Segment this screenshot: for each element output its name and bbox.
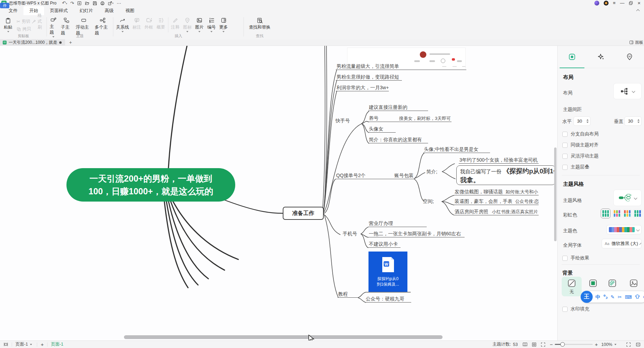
rainbow-option-multicolor-2[interactable] <box>623 209 632 218</box>
fit-screen-icon[interactable] <box>541 342 546 347</box>
ime-punctuation-icon[interactable] <box>603 294 607 300</box>
root-node[interactable]: 一天引流200+的男粉，一单做到100，日赚1000+，就是这么玩的 <box>66 168 235 202</box>
node-qq-space-1[interactable]: 发微信截图，聊骚话题如何做;大号和小 <box>454 188 539 195</box>
node-kuaishou-c1[interactable]: 建议直接注册新的 <box>368 104 428 111</box>
node-phone-c1[interactable]: 营业厅办理 <box>368 220 427 227</box>
page-panel-icon[interactable] <box>3 342 8 347</box>
node-kuaishou-c2-note[interactable]: 搜美女，刷对标，3天即可 <box>399 115 451 122</box>
bg-none-button[interactable]: 无 <box>562 277 582 296</box>
format-painter-button[interactable]: 格式刷 <box>32 18 45 24</box>
ime-scissors-icon[interactable]: ✂ <box>618 295 622 299</box>
tab-layout[interactable] <box>558 46 586 68</box>
reading-view-icon[interactable] <box>522 342 528 347</box>
fullscreen-icon[interactable] <box>626 342 631 347</box>
node-phone[interactable]: 手机号 <box>342 231 358 237</box>
node-benefit-2[interactable]: 男粉生意很好做，变现路径短 <box>336 74 402 81</box>
ime-keyboard-icon[interactable]: ⌨ <box>625 295 632 299</box>
document-tab[interactable]: 一天引流200...1000，就是 <box>0 39 65 46</box>
undo-icon[interactable]: ↶▾ <box>62 1 67 6</box>
node-tutorial-doc[interactable]: W 探探约p从0到1保姆及... <box>368 252 407 292</box>
page-selector[interactable]: 页面-1 <box>15 341 28 347</box>
node-qq-intro-1[interactable]: 3年约了500个女孩，经验丰富老司机 <box>459 157 539 164</box>
node-kuaishou[interactable]: 快手号 <box>335 117 351 124</box>
share-icon[interactable]: ▾ <box>108 1 114 6</box>
checkbox-flexible-floating[interactable]: 灵活浮动主题 <box>562 153 599 159</box>
open-folder-icon[interactable] <box>85 1 90 6</box>
zoom-slider[interactable] <box>555 344 593 345</box>
mindmap-canvas[interactable]: 一天引流200+的男粉，一单做到100，日赚1000+，就是这么玩的 准备工作 … <box>0 46 557 340</box>
node-phone-c3[interactable]: 不建议用小卡 <box>368 241 401 248</box>
checkbox-watermark[interactable]: 水印填充 <box>562 306 589 312</box>
record-stop-badge[interactable]: 停 <box>0 3 9 8</box>
zoom-in-button[interactable]: + <box>595 341 598 347</box>
menu-tab-advanced[interactable]: 高级 <box>99 6 120 15</box>
horizontal-spacing-stepper[interactable]: 30 <box>573 116 591 126</box>
node-qq-avatar[interactable]: 头像;中性看不出是男是女 <box>423 146 490 153</box>
ime-skin-icon[interactable] <box>635 294 640 299</box>
checkbox-handdrawn[interactable]: 手绘效果 <box>562 255 589 261</box>
collapse-statusbar-icon[interactable] <box>636 342 641 347</box>
new-doc-icon[interactable] <box>77 1 82 6</box>
page-tab-active[interactable]: 页面-1 <box>51 341 63 347</box>
zoom-level[interactable]: 100% <box>601 342 612 347</box>
rainbow-option-multicolor-1[interactable] <box>613 209 621 218</box>
node-qq-space-2[interactable]: 装逼图，豪车，会所，手表公众号搜:恋 <box>454 198 539 205</box>
ime-pen-icon[interactable]: ✎ <box>611 295 615 299</box>
hamburger-menu-icon[interactable]: ≡ <box>613 1 616 6</box>
menu-tab-pagestyle[interactable]: 页面样式 <box>44 6 74 15</box>
theme-style-dropdown[interactable] <box>613 190 642 206</box>
node-kuaishou-c4[interactable]: 简介：你喜欢的这里都有 <box>368 136 428 143</box>
ime-language-icon[interactable]: 中 <box>595 295 600 299</box>
member-badge-icon[interactable] <box>604 1 609 6</box>
add-page-button[interactable]: + <box>41 341 44 347</box>
print-icon[interactable] <box>100 1 105 6</box>
rainbow-option-teal-blue[interactable] <box>633 209 642 218</box>
collapse-ribbon-icon[interactable] <box>637 8 639 13</box>
node-tutorial-c1[interactable]: 公众号：硬核九哥 <box>365 296 411 303</box>
ime-toolbar[interactable]: 王 中 ✎ ✂ ⌨ ⚙ <box>582 291 644 303</box>
rainbow-option-teal[interactable] <box>601 209 610 218</box>
user-avatar[interactable] <box>594 1 599 6</box>
vertical-spacing-stepper[interactable]: 30 <box>624 116 642 126</box>
node-benefit-3[interactable]: 利润非常的大，一月3w+ <box>336 84 389 91</box>
menu-tab-view[interactable]: 视图 <box>120 6 140 15</box>
node-qq[interactable]: QQ接单号2个账号包装 <box>335 172 414 179</box>
theme-color-strip[interactable] <box>606 225 642 234</box>
tab-icon-library[interactable] <box>615 46 644 68</box>
ime-logo-icon[interactable]: 王 <box>581 291 593 303</box>
node-qq-intro-label[interactable]: 简介; <box>426 168 438 175</box>
checkbox-align-sibling[interactable]: 同级主题对齐 <box>562 142 599 148</box>
zoom-level-chevron[interactable] <box>614 344 616 345</box>
save-icon[interactable] <box>93 1 97 6</box>
topic-node[interactable]: 准备工作 <box>283 207 324 220</box>
zoom-slider-knob[interactable] <box>560 342 565 347</box>
node-benefit-1[interactable]: 男粉流量超级大，引流很简单 <box>336 63 466 70</box>
bg-pattern-button[interactable] <box>608 279 617 288</box>
cut-button[interactable]: ✂剪切 <box>17 18 30 24</box>
horizontal-scrollbar[interactable] <box>124 335 443 339</box>
node-qq-packaging[interactable]: 账号包装 <box>394 172 414 179</box>
page-selector-chevron[interactable] <box>30 344 32 345</box>
copy-button[interactable]: 拷贝 <box>17 26 31 32</box>
zoom-out-button[interactable]: − <box>550 341 553 347</box>
paste-button[interactable]: 粘贴 <box>2 16 14 33</box>
bg-solid-button[interactable] <box>589 279 598 288</box>
tab-style[interactable] <box>586 46 615 68</box>
node-kuaishou-c2[interactable]: 养号搜美女，刷对标，3天即可 <box>368 115 451 122</box>
bg-image-button[interactable] <box>629 279 638 288</box>
checkbox-topic-overlap[interactable]: 主题层叠 <box>562 164 589 170</box>
vertical-scrollbar[interactable] <box>554 147 557 241</box>
restore-icon[interactable] <box>629 1 633 5</box>
more-quick-actions-icon[interactable]: ⋯ <box>117 1 121 6</box>
menu-tab-slides[interactable]: 幻灯片 <box>74 6 99 15</box>
checkbox-free-branch-layout[interactable]: 分支自由布局 <box>562 131 599 137</box>
minimize-icon[interactable]: — <box>620 1 624 6</box>
new-document-tab-button[interactable]: + <box>69 40 72 45</box>
panel-toggle-button[interactable]: 面板 <box>629 40 644 45</box>
node-qq-space-label[interactable]: 空间; <box>422 198 435 205</box>
fit-map-icon[interactable] <box>532 342 537 347</box>
node-phone-c2[interactable]: 一拖二，一张主卡加两张副卡，月销60左右 <box>368 231 465 237</box>
global-font-dropdown[interactable]: Aa 微软雅黑 (大) <box>602 239 642 248</box>
node-qq-intro-box[interactable]: 我自己编写了一份 《探探约p从0到1保 我拿。 <box>456 165 555 185</box>
close-icon[interactable]: × <box>637 1 641 6</box>
